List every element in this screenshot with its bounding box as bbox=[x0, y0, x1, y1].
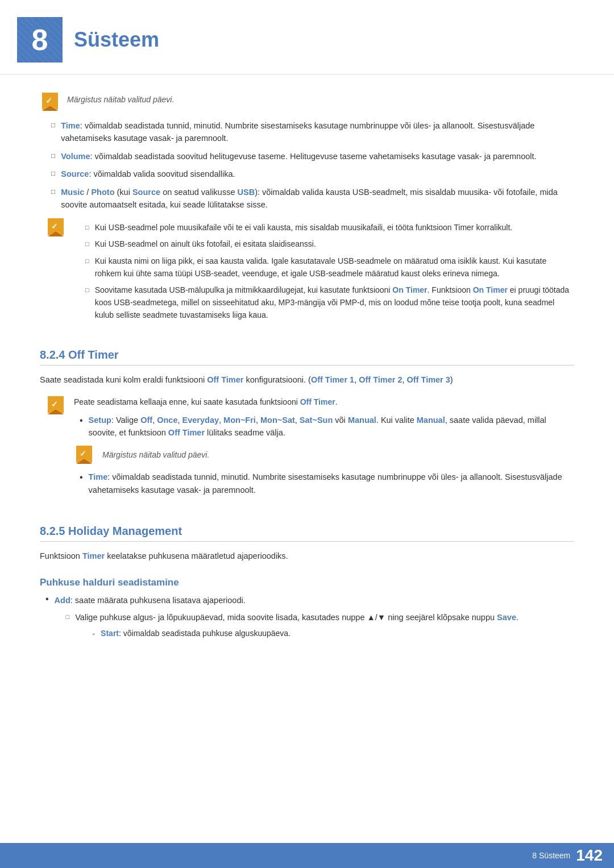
chapter-number: 8 bbox=[32, 25, 48, 55]
note-block-content: Kui USB-seadmel pole muusikafaile või te… bbox=[74, 217, 574, 326]
holiday-sub-item-1: Valige puhkuse algus- ja lõpukuupäevad, … bbox=[66, 611, 518, 643]
chapter-title: Süsteem bbox=[74, 28, 159, 52]
footer-page: 142 bbox=[576, 846, 603, 865]
list-item-volume-text: Volume: võimaldab seadistada soovitud he… bbox=[61, 151, 536, 163]
bookmark-icon-2: ✓ bbox=[45, 217, 66, 238]
offtimer-time-item: Time: võimaldab seadistada tunnid, minut… bbox=[74, 471, 574, 496]
holiday-bullet-list: Add: saate määrata puhkusena lisatava aj… bbox=[40, 594, 574, 648]
section-824-heading: 8.2.4 Off Timer bbox=[40, 343, 574, 366]
note-sub-item-4: Soovitame kasutada USB-mälupulka ja mitm… bbox=[85, 284, 574, 321]
svg-text:✓: ✓ bbox=[51, 222, 58, 231]
list-item-time: Time: võimaldab seadistada tunnid, minut… bbox=[40, 120, 574, 145]
note-text-2: Märgistus näitab valitud päevi. bbox=[102, 445, 209, 461]
note-block-off-timer: ✓ Peate seadistama kellaaja enne, kui sa… bbox=[40, 395, 574, 502]
svg-text:✓: ✓ bbox=[51, 400, 58, 409]
note-row-1: ✓ Märgistus näitab valitud päevi. bbox=[40, 92, 574, 112]
list-item-music-photo-text: Music / Photo (kui Source on seatud vali… bbox=[61, 186, 574, 211]
svg-text:✓: ✓ bbox=[80, 449, 86, 458]
offtimer-time-list: Time: võimaldab seadistada tunnid, minut… bbox=[74, 471, 574, 496]
subsection-holiday-setup: Puhkuse halduri seadistamine bbox=[40, 577, 574, 588]
note-sub-item-2: Kui USB-seadmel on ainult üks fotofail, … bbox=[85, 238, 574, 251]
section-824-intro: Saate seadistada kuni kolm eraldi funkts… bbox=[40, 373, 574, 387]
bookmark-icon: ✓ bbox=[40, 92, 60, 112]
note-sub-list: Kui USB-seadmel pole muusikafaile või te… bbox=[85, 222, 574, 322]
note-sub-item-3: Kui kausta nimi on liiga pikk, ei saa ka… bbox=[85, 255, 574, 280]
list-item-source-text: Source: võimaldab valida soovitud sisend… bbox=[61, 168, 235, 181]
note-sub-item-1: Kui USB-seadmel pole muusikafaile või te… bbox=[85, 222, 574, 234]
offtimer-setup-item: Setup: Valige Off, Once, Everyday, Mon~F… bbox=[74, 414, 574, 439]
chapter-number-box: 8 bbox=[17, 17, 63, 63]
holiday-sub-list: Valige puhkuse algus- ja lõpukuupäevad, … bbox=[66, 611, 518, 643]
bookmark-icon-3: ✓ bbox=[45, 395, 66, 416]
section-825-heading: 8.2.5 Holiday Management bbox=[40, 519, 574, 542]
section-825-title: 8.2.5 Holiday Management bbox=[40, 525, 574, 542]
note-block-offtimer-2: ✓ Märgistus näitab valitud päevi. bbox=[74, 445, 574, 465]
note-block-1: ✓ Kui USB-seadmel pole muusikafaile või … bbox=[40, 217, 574, 326]
page-footer: 8 Süsteem 142 bbox=[0, 843, 614, 868]
main-content: ✓ Märgistus näitab valitud päevi. Time: … bbox=[0, 80, 614, 665]
holiday-dash-start: Start: võimaldab seadistada puhkuse algu… bbox=[92, 628, 518, 640]
list-item-time-text: Time: võimaldab seadistada tunnid, minut… bbox=[61, 120, 574, 145]
subsection-holiday-title: Puhkuse halduri seadistamine bbox=[40, 577, 574, 588]
svg-text:✓: ✓ bbox=[45, 96, 52, 105]
section-825-intro: Funktsioon Timer keelatakse puhkusena mä… bbox=[40, 550, 574, 563]
note-offtimer-content: Peate seadistama kellaaja enne, kui saat… bbox=[74, 395, 574, 502]
list-item-music-photo: Music / Photo (kui Source on seatud vali… bbox=[40, 186, 574, 211]
note-text-1: Märgistus näitab valitud päevi. bbox=[67, 92, 174, 104]
list-item-source: Source: võimaldab valida soovitud sisend… bbox=[40, 168, 574, 181]
page-header: 8 Süsteem bbox=[0, 0, 614, 74]
section-824-title: 8.2.4 Off Timer bbox=[40, 348, 574, 366]
holiday-dash-list: Start: võimaldab seadistada puhkuse algu… bbox=[92, 628, 518, 640]
list-item-volume: Volume: võimaldab seadistada soovitud he… bbox=[40, 151, 574, 163]
footer-label: 8 Süsteem bbox=[532, 851, 570, 860]
offtimer-bullet-list: Setup: Valige Off, Once, Everyday, Mon~F… bbox=[74, 414, 574, 439]
holiday-add-item: Add: saate määrata puhkusena lisatava aj… bbox=[40, 594, 574, 648]
main-bullet-list: Time: võimaldab seadistada tunnid, minut… bbox=[40, 120, 574, 211]
bookmark-icon-4: ✓ bbox=[74, 445, 94, 465]
